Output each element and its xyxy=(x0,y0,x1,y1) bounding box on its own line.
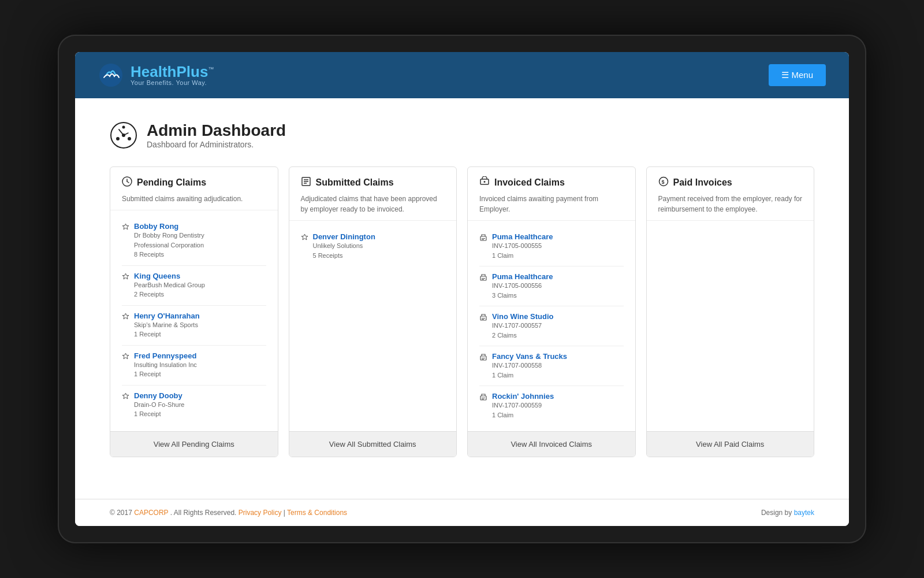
device-screen: HealthPlus™ Your Benefits. Your Way. ☰ M… xyxy=(75,52,849,526)
claim-type-icon xyxy=(479,313,487,323)
claim-item: Fancy Vans & Trucks INV-1707-0005581 Cla… xyxy=(479,346,624,386)
svg-rect-21 xyxy=(482,278,485,279)
main-content: Admin Dashboard Dashboard for Administra… xyxy=(75,98,849,499)
claim-name[interactable]: Vino Wine Studio xyxy=(492,312,554,321)
card-title: Invoiced Claims xyxy=(479,176,624,189)
claim-item: Henry O'Hanrahan Skip's Marine & Sports1… xyxy=(122,306,266,346)
card-title: Pending Claims xyxy=(122,176,266,189)
device-frame: HealthPlus™ Your Benefits. Your Way. ☰ M… xyxy=(58,35,866,543)
claim-name[interactable]: Denny Dooby xyxy=(134,391,184,400)
card-paid: $ Paid Invoices Payment received from th… xyxy=(646,166,815,457)
claim-sub: INV-1705-0005563 Claims xyxy=(492,281,553,300)
claim-item: Puma Healthcare INV-1705-0005563 Claims xyxy=(479,266,624,306)
privacy-link[interactable]: Privacy Policy xyxy=(239,509,282,517)
claim-name[interactable]: Fred Pennyspeed xyxy=(134,351,197,360)
svg-rect-25 xyxy=(482,319,484,320)
claim-name[interactable]: Bobby Rong xyxy=(134,222,204,231)
claim-item: Bobby Rong Dr Bobby Rong DentistryProfes… xyxy=(122,216,266,266)
claim-sub: Skip's Marine & Sports1 Receipt xyxy=(134,320,200,339)
claim-item: Puma Healthcare INV-1705-0005551 Claim xyxy=(479,227,624,266)
page-title: Admin Dashboard xyxy=(147,121,286,140)
card-submitted: Submitted Claims Adjudicated claims that… xyxy=(289,166,457,457)
claim-name[interactable]: Henry O'Hanrahan xyxy=(134,312,200,320)
claim-sub: INV-1707-0005591 Claim xyxy=(492,401,554,420)
view-all-button[interactable]: View All Submitted Claims xyxy=(289,431,457,457)
footer-right: Design by baytek xyxy=(761,509,814,517)
claim-type-icon xyxy=(122,353,129,362)
claim-item: Vino Wine Studio INV-1707-0005572 Claims xyxy=(479,306,624,346)
svg-rect-30 xyxy=(482,398,485,398)
claim-info: Denver Dinington Unlikely Solutions5 Rec… xyxy=(313,232,375,260)
card-description: Submitted claims awaiting adjudication. xyxy=(122,194,266,204)
claim-info: Fred Pennyspeed Insulting Insulation Inc… xyxy=(134,351,197,379)
svg-rect-22 xyxy=(482,279,484,280)
card-header: Pending Claims Submitted claims awaiting… xyxy=(110,167,278,210)
footer-left: © 2017 CAPCORP . All Rights Reserved. Pr… xyxy=(110,509,347,517)
claim-name[interactable]: Fancy Vans & Trucks xyxy=(492,352,567,361)
card-footer: View All Invoiced Claims xyxy=(468,431,635,457)
view-all-button[interactable]: View All Pending Claims xyxy=(110,431,278,457)
svg-line-10 xyxy=(127,181,129,183)
card-title-text: Paid Invoices xyxy=(673,177,732,188)
card-footer: View All Paid Claims xyxy=(647,431,814,457)
claim-item: Fred Pennyspeed Insulting Insulation Inc… xyxy=(122,346,266,386)
claim-info: Denny Dooby Drain-O Fo-Shure1 Receipt xyxy=(134,391,184,419)
card-title-text: Pending Claims xyxy=(137,177,206,188)
svg-point-5 xyxy=(116,137,120,140)
rights-text: . All Rights Reserved. xyxy=(170,509,237,517)
claim-sub: INV-1707-0005572 Claims xyxy=(492,321,554,340)
card-header: $ Paid Invoices Payment received from th… xyxy=(647,167,814,221)
page-header: Admin Dashboard Dashboard for Administra… xyxy=(110,121,814,149)
card-footer: View All Pending Claims xyxy=(110,431,278,457)
claim-name[interactable]: Puma Healthcare xyxy=(492,232,553,241)
svg-rect-28 xyxy=(482,359,484,360)
view-all-button[interactable]: View All Paid Claims xyxy=(647,431,814,457)
claim-info: Bobby Rong Dr Bobby Rong DentistryProfes… xyxy=(134,222,204,260)
design-by-link[interactable]: baytek xyxy=(794,509,814,517)
claim-type-icon xyxy=(122,273,129,282)
claim-type-icon xyxy=(122,313,129,322)
svg-rect-24 xyxy=(482,318,485,318)
claim-info: Rockin' Johnnies INV-1707-0005591 Claim xyxy=(492,392,554,420)
logo-icon xyxy=(98,62,124,88)
claim-type-icon xyxy=(122,223,129,232)
cards-grid: Pending Claims Submitted claims awaiting… xyxy=(110,166,814,457)
card-title: $ Paid Invoices xyxy=(658,176,803,189)
svg-text:$: $ xyxy=(661,179,664,185)
page-subtitle: Dashboard for Administrators. xyxy=(147,140,286,149)
card-pending: Pending Claims Submitted claims awaiting… xyxy=(110,166,278,457)
card-title-text: Invoiced Claims xyxy=(494,177,565,188)
svg-rect-27 xyxy=(482,358,485,358)
view-all-button[interactable]: View All Invoiced Claims xyxy=(468,431,635,457)
svg-point-6 xyxy=(128,137,131,140)
company-link[interactable]: CAPCORP xyxy=(134,509,168,517)
card-footer: View All Submitted Claims xyxy=(289,431,457,457)
card-header: Submitted Claims Adjudicated claims that… xyxy=(289,167,457,221)
claim-type-icon xyxy=(479,273,487,283)
svg-rect-18 xyxy=(482,238,485,239)
header: HealthPlus™ Your Benefits. Your Way. ☰ M… xyxy=(75,52,849,98)
design-label: Design by xyxy=(761,509,792,517)
svg-rect-19 xyxy=(482,239,484,240)
claim-name[interactable]: Puma Healthcare xyxy=(492,272,553,281)
card-header-icon xyxy=(479,176,490,189)
claim-type-icon xyxy=(479,353,487,363)
svg-point-7 xyxy=(122,126,125,129)
claim-item: King Queens PearBush Medical Group2 Rece… xyxy=(122,266,266,306)
card-header: Invoiced Claims Invoiced claims awaiting… xyxy=(468,167,635,221)
claim-type-icon xyxy=(301,234,308,243)
logo-title: HealthPlus™ xyxy=(131,64,214,79)
claim-info: Puma Healthcare INV-1705-0005563 Claims xyxy=(492,272,553,300)
terms-link[interactable]: Terms & Conditions xyxy=(287,509,347,517)
menu-button[interactable]: ☰ Menu xyxy=(769,64,826,86)
claim-name[interactable]: Denver Dinington xyxy=(313,232,375,241)
card-body xyxy=(647,221,814,431)
claim-info: Fancy Vans & Trucks INV-1707-0005581 Cla… xyxy=(492,352,567,380)
card-header-icon xyxy=(122,176,132,189)
logo-tagline: Your Benefits. Your Way. xyxy=(131,79,214,86)
claim-sub: INV-1705-0005551 Claim xyxy=(492,241,553,260)
svg-rect-31 xyxy=(482,399,484,399)
claim-name[interactable]: King Queens xyxy=(134,272,205,280)
card-description: Invoiced claims awaiting payment from Em… xyxy=(479,194,624,214)
claim-name[interactable]: Rockin' Johnnies xyxy=(492,392,554,401)
